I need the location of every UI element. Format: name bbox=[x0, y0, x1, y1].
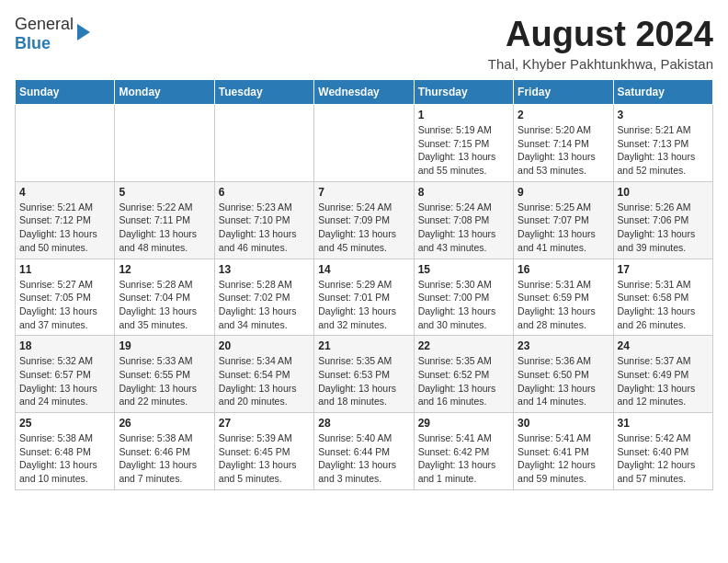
day-info: Sunrise: 5:21 AMSunset: 7:12 PMDaylight:… bbox=[19, 201, 110, 255]
calendar-week-row: 4Sunrise: 5:21 AMSunset: 7:12 PMDaylight… bbox=[16, 181, 713, 259]
day-number: 22 bbox=[418, 339, 509, 352]
day-info: Sunrise: 5:35 AMSunset: 6:53 PMDaylight:… bbox=[318, 354, 409, 408]
calendar-cell: 19Sunrise: 5:33 AMSunset: 6:55 PMDayligh… bbox=[115, 336, 214, 413]
day-info: Sunrise: 5:33 AMSunset: 6:55 PMDaylight:… bbox=[119, 354, 210, 408]
day-info: Sunrise: 5:34 AMSunset: 6:54 PMDaylight:… bbox=[219, 354, 310, 408]
day-number: 20 bbox=[219, 339, 310, 352]
calendar-week-row: 11Sunrise: 5:27 AMSunset: 7:05 PMDayligh… bbox=[16, 259, 713, 336]
logo-blue: Blue bbox=[15, 34, 51, 52]
page-header: General Blue August 2024 Thal, Khyber Pa… bbox=[15, 15, 713, 72]
logo-general: General bbox=[15, 15, 74, 33]
day-number: 19 bbox=[119, 339, 210, 352]
day-number: 10 bbox=[618, 186, 709, 199]
day-info: Sunrise: 5:24 AMSunset: 7:09 PMDaylight:… bbox=[318, 201, 409, 255]
day-info: Sunrise: 5:36 AMSunset: 6:50 PMDaylight:… bbox=[518, 354, 609, 408]
calendar-header-wednesday: Wednesday bbox=[314, 80, 414, 105]
calendar-cell: 13Sunrise: 5:28 AMSunset: 7:02 PMDayligh… bbox=[214, 259, 313, 336]
calendar-cell: 23Sunrise: 5:36 AMSunset: 6:50 PMDayligh… bbox=[514, 336, 613, 413]
calendar-cell: 12Sunrise: 5:28 AMSunset: 7:04 PMDayligh… bbox=[115, 259, 214, 336]
calendar-cell bbox=[16, 105, 115, 182]
day-number: 29 bbox=[418, 417, 509, 430]
title-block: August 2024 Thal, Khyber Pakhtunkhwa, Pa… bbox=[488, 15, 713, 72]
day-number: 18 bbox=[19, 339, 110, 352]
day-info: Sunrise: 5:28 AMSunset: 7:04 PMDaylight:… bbox=[119, 278, 210, 332]
day-number: 21 bbox=[318, 339, 409, 352]
day-info: Sunrise: 5:22 AMSunset: 7:11 PMDaylight:… bbox=[119, 201, 210, 255]
calendar-header-row: SundayMondayTuesdayWednesdayThursdayFrid… bbox=[16, 80, 713, 105]
calendar-cell: 8Sunrise: 5:24 AMSunset: 7:08 PMDaylight… bbox=[414, 181, 513, 259]
day-number: 28 bbox=[318, 417, 409, 430]
calendar-cell: 4Sunrise: 5:21 AMSunset: 7:12 PMDaylight… bbox=[16, 181, 115, 259]
day-info: Sunrise: 5:42 AMSunset: 6:40 PMDaylight:… bbox=[618, 431, 709, 486]
day-number: 15 bbox=[418, 263, 509, 276]
calendar-cell: 5Sunrise: 5:22 AMSunset: 7:11 PMDaylight… bbox=[115, 181, 214, 259]
calendar-cell: 31Sunrise: 5:42 AMSunset: 6:40 PMDayligh… bbox=[613, 413, 712, 490]
day-number: 31 bbox=[618, 417, 709, 430]
day-info: Sunrise: 5:27 AMSunset: 7:05 PMDaylight:… bbox=[19, 278, 110, 332]
calendar-cell: 6Sunrise: 5:23 AMSunset: 7:10 PMDaylight… bbox=[214, 181, 313, 259]
day-info: Sunrise: 5:37 AMSunset: 6:49 PMDaylight:… bbox=[618, 354, 709, 408]
day-number: 30 bbox=[518, 417, 609, 430]
calendar-header-sunday: Sunday bbox=[16, 80, 115, 105]
day-info: Sunrise: 5:24 AMSunset: 7:08 PMDaylight:… bbox=[418, 201, 509, 255]
day-number: 25 bbox=[19, 417, 110, 430]
day-info: Sunrise: 5:30 AMSunset: 7:00 PMDaylight:… bbox=[418, 278, 509, 332]
calendar-week-row: 25Sunrise: 5:38 AMSunset: 6:48 PMDayligh… bbox=[16, 413, 713, 490]
day-info: Sunrise: 5:23 AMSunset: 7:10 PMDaylight:… bbox=[219, 201, 310, 255]
day-number: 6 bbox=[219, 186, 310, 199]
calendar-cell: 28Sunrise: 5:40 AMSunset: 6:44 PMDayligh… bbox=[314, 413, 414, 490]
calendar-cell: 25Sunrise: 5:38 AMSunset: 6:48 PMDayligh… bbox=[16, 413, 115, 490]
day-info: Sunrise: 5:28 AMSunset: 7:02 PMDaylight:… bbox=[219, 278, 310, 332]
calendar-cell: 1Sunrise: 5:19 AMSunset: 7:15 PMDaylight… bbox=[414, 105, 513, 182]
day-number: 7 bbox=[318, 186, 409, 199]
day-number: 4 bbox=[19, 186, 110, 199]
calendar-cell: 15Sunrise: 5:30 AMSunset: 7:00 PMDayligh… bbox=[414, 259, 513, 336]
day-info: Sunrise: 5:41 AMSunset: 6:41 PMDaylight:… bbox=[518, 431, 609, 486]
day-info: Sunrise: 5:19 AMSunset: 7:15 PMDaylight:… bbox=[418, 123, 509, 178]
day-number: 24 bbox=[618, 339, 709, 352]
day-number: 5 bbox=[119, 186, 210, 199]
calendar-cell: 20Sunrise: 5:34 AMSunset: 6:54 PMDayligh… bbox=[214, 336, 313, 413]
day-info: Sunrise: 5:31 AMSunset: 6:59 PMDaylight:… bbox=[518, 278, 609, 332]
calendar-cell: 30Sunrise: 5:41 AMSunset: 6:41 PMDayligh… bbox=[514, 413, 613, 490]
day-info: Sunrise: 5:25 AMSunset: 7:07 PMDaylight:… bbox=[518, 201, 609, 255]
day-number: 3 bbox=[618, 109, 709, 121]
day-number: 2 bbox=[518, 109, 609, 121]
day-info: Sunrise: 5:32 AMSunset: 6:57 PMDaylight:… bbox=[19, 354, 110, 408]
day-info: Sunrise: 5:41 AMSunset: 6:42 PMDaylight:… bbox=[418, 431, 509, 486]
calendar-cell: 27Sunrise: 5:39 AMSunset: 6:45 PMDayligh… bbox=[214, 413, 313, 490]
calendar-cell: 11Sunrise: 5:27 AMSunset: 7:05 PMDayligh… bbox=[16, 259, 115, 336]
calendar-header-tuesday: Tuesday bbox=[214, 80, 313, 105]
day-info: Sunrise: 5:38 AMSunset: 6:48 PMDaylight:… bbox=[19, 431, 110, 486]
day-number: 27 bbox=[219, 417, 310, 430]
location-subtitle: Thal, Khyber Pakhtunkhwa, Pakistan bbox=[488, 56, 713, 72]
day-info: Sunrise: 5:29 AMSunset: 7:01 PMDaylight:… bbox=[318, 278, 409, 332]
day-number: 8 bbox=[418, 186, 509, 199]
calendar-week-row: 18Sunrise: 5:32 AMSunset: 6:57 PMDayligh… bbox=[16, 336, 713, 413]
calendar-cell: 22Sunrise: 5:35 AMSunset: 6:52 PMDayligh… bbox=[414, 336, 513, 413]
day-number: 26 bbox=[119, 417, 210, 430]
calendar-cell: 2Sunrise: 5:20 AMSunset: 7:14 PMDaylight… bbox=[514, 105, 613, 182]
day-info: Sunrise: 5:31 AMSunset: 6:58 PMDaylight:… bbox=[618, 278, 709, 332]
calendar-cell: 29Sunrise: 5:41 AMSunset: 6:42 PMDayligh… bbox=[414, 413, 513, 490]
day-number: 1 bbox=[418, 109, 509, 121]
month-year-title: August 2024 bbox=[488, 15, 713, 54]
calendar-cell: 10Sunrise: 5:26 AMSunset: 7:06 PMDayligh… bbox=[613, 181, 712, 259]
calendar-cell: 17Sunrise: 5:31 AMSunset: 6:58 PMDayligh… bbox=[613, 259, 712, 336]
day-info: Sunrise: 5:40 AMSunset: 6:44 PMDaylight:… bbox=[318, 431, 409, 486]
calendar-header-monday: Monday bbox=[115, 80, 214, 105]
logo-arrow-icon bbox=[77, 24, 90, 40]
calendar-header-saturday: Saturday bbox=[613, 80, 712, 105]
day-info: Sunrise: 5:26 AMSunset: 7:06 PMDaylight:… bbox=[618, 201, 709, 255]
day-info: Sunrise: 5:20 AMSunset: 7:14 PMDaylight:… bbox=[518, 123, 609, 178]
logo-text: General Blue bbox=[15, 15, 74, 53]
day-info: Sunrise: 5:38 AMSunset: 6:46 PMDaylight:… bbox=[119, 431, 210, 486]
calendar-week-row: 1Sunrise: 5:19 AMSunset: 7:15 PMDaylight… bbox=[16, 105, 713, 182]
day-number: 23 bbox=[518, 339, 609, 352]
calendar-table: SundayMondayTuesdayWednesdayThursdayFrid… bbox=[15, 79, 713, 490]
calendar-header-friday: Friday bbox=[514, 80, 613, 105]
calendar-cell: 9Sunrise: 5:25 AMSunset: 7:07 PMDaylight… bbox=[514, 181, 613, 259]
day-number: 13 bbox=[219, 263, 310, 276]
calendar-cell: 7Sunrise: 5:24 AMSunset: 7:09 PMDaylight… bbox=[314, 181, 414, 259]
day-number: 17 bbox=[618, 263, 709, 276]
